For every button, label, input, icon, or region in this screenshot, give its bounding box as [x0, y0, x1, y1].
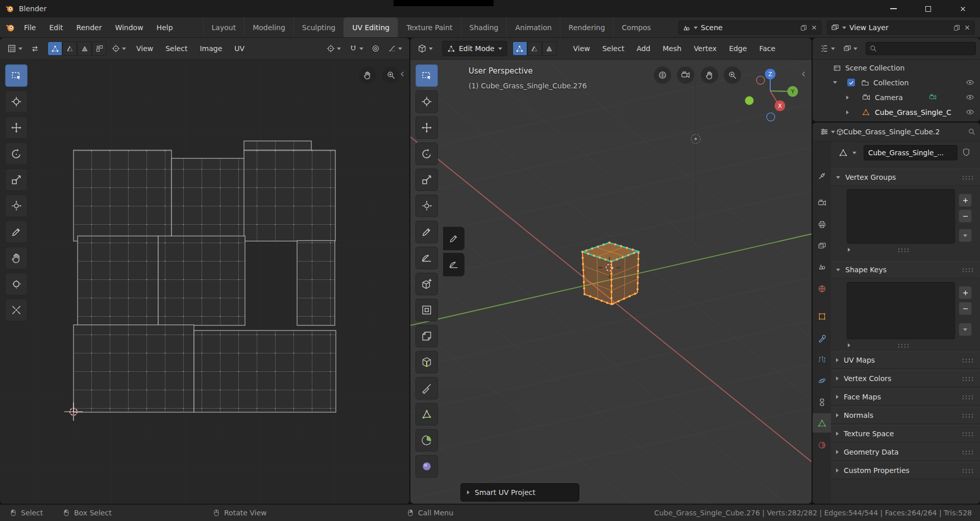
uv-menu-view[interactable]: View: [131, 38, 158, 59]
drag-handle-icon[interactable]: [962, 175, 974, 180]
drag-handle-icon[interactable]: [962, 376, 974, 381]
outliner-row-collection[interactable]: Collection: [813, 75, 980, 90]
editor-type-button[interactable]: [414, 41, 436, 56]
hide-object-button[interactable]: [966, 93, 974, 102]
tool-transform[interactable]: [5, 195, 28, 217]
uv-canvas[interactable]: [0, 59, 409, 504]
editor-type-button[interactable]: [817, 124, 838, 139]
chevron-down-icon[interactable]: [852, 152, 856, 154]
tool-transform[interactable]: [415, 195, 438, 217]
select-face-button[interactable]: [542, 41, 557, 56]
properties-tab-tool[interactable]: [813, 166, 831, 185]
maximize-button[interactable]: [911, 0, 945, 17]
expand-icon[interactable]: [848, 343, 850, 347]
disclosure-closed-icon[interactable]: [846, 110, 849, 114]
uv-menu-uv[interactable]: UV: [229, 38, 250, 59]
tool-move[interactable]: [415, 116, 438, 139]
uv-select-vertex-button[interactable]: [47, 41, 62, 56]
drag-handle-icon[interactable]: [962, 468, 974, 473]
minimize-button[interactable]: [876, 0, 911, 17]
tool-measure-flyout[interactable]: [443, 253, 464, 276]
menu-edit[interactable]: Edit: [42, 17, 69, 37]
hide-collection-button[interactable]: [966, 78, 974, 87]
tool-rotate[interactable]: [5, 143, 28, 165]
panel-header-custom-properties[interactable]: Custom Properties: [831, 462, 980, 479]
uv-pivot-dropdown[interactable]: [324, 41, 344, 56]
properties-tab-output[interactable]: [813, 215, 831, 234]
panel-header-texture-space[interactable]: Texture Space: [831, 425, 980, 442]
workspace-tab-animation[interactable]: Animation: [506, 17, 559, 37]
new-scene-button[interactable]: [800, 24, 807, 32]
disclosure-open-icon[interactable]: [833, 81, 837, 84]
vertex-group-specials-button[interactable]: [959, 229, 972, 242]
tool-grab[interactable]: [5, 247, 28, 269]
vp-menu-select[interactable]: Select: [597, 38, 629, 59]
panel-header-vertex-colors[interactable]: Vertex Colors: [831, 370, 980, 387]
properties-tab-material[interactable]: [813, 435, 831, 455]
shape-key-specials-button[interactable]: [959, 323, 972, 336]
select-vertex-button[interactable]: [512, 41, 527, 56]
workspace-tab-shading[interactable]: Shading: [461, 17, 507, 37]
panel-header-normals[interactable]: Normals: [831, 407, 980, 424]
tool-annotate[interactable]: [5, 221, 28, 243]
tool-bevel[interactable]: [415, 325, 438, 347]
workspace-tab-texture-paint[interactable]: Texture Paint: [398, 17, 460, 37]
mode-dropdown[interactable]: Edit Mode: [442, 41, 507, 56]
tool-select-box[interactable]: [5, 64, 28, 87]
panel-header-geometry-data[interactable]: Geometry Data: [831, 443, 980, 461]
panel-header-vertex-groups[interactable]: Vertex Groups: [831, 169, 980, 186]
tool-inset-faces[interactable]: [415, 299, 438, 321]
tool-annotate[interactable]: [415, 221, 438, 243]
outliner-search-input[interactable]: [866, 42, 976, 55]
close-button[interactable]: [945, 0, 980, 17]
drag-handle-icon[interactable]: [962, 358, 974, 363]
workspace-tab-compositing[interactable]: Compos: [613, 17, 659, 37]
properties-tab-view-layer[interactable]: [813, 236, 831, 255]
vp-menu-face[interactable]: Face: [754, 38, 780, 59]
editor-type-button[interactable]: [817, 41, 838, 56]
panel-header-face-maps[interactable]: Face Maps: [831, 388, 980, 406]
uv-proportional-editing-button[interactable]: [369, 41, 383, 56]
expand-icon[interactable]: [848, 248, 850, 252]
tool-add-cube[interactable]: [415, 273, 438, 295]
uv-select-island-button[interactable]: [92, 41, 107, 56]
properties-tab-particles[interactable]: [813, 350, 831, 369]
tool-pinch[interactable]: [5, 299, 28, 321]
menu-help[interactable]: Help: [150, 17, 180, 37]
outliner-row-cube[interactable]: Cube_Grass_Single_C: [813, 105, 980, 120]
vp-menu-add[interactable]: Add: [631, 38, 655, 59]
remove-shape-key-button[interactable]: [959, 302, 972, 315]
scene-selector[interactable]: Scene: [678, 20, 822, 35]
tool-annotate-flyout[interactable]: [443, 227, 464, 250]
uv-sidebar-collapse-button[interactable]: [399, 70, 406, 78]
operator-panel[interactable]: Smart UV Project: [460, 483, 579, 502]
tool-relax[interactable]: [5, 273, 28, 295]
vp-ortho-toggle-button[interactable]: [654, 66, 671, 84]
uv-snap-dropdown[interactable]: [346, 41, 366, 56]
workspace-tab-layout[interactable]: Layout: [203, 17, 244, 37]
vp-sidebar-collapse-button[interactable]: [800, 70, 807, 78]
display-mode-button[interactable]: [840, 41, 861, 56]
add-shape-key-button[interactable]: [959, 286, 972, 299]
uv-menu-image[interactable]: Image: [194, 38, 227, 59]
tool-smooth[interactable]: [415, 455, 438, 478]
uv-select-edge-button[interactable]: [62, 41, 77, 56]
editor-type-button[interactable]: [4, 41, 26, 56]
uv-pan-button[interactable]: [359, 66, 376, 84]
outliner-row-scene-collection[interactable]: Scene Collection: [813, 60, 980, 75]
menu-window[interactable]: Window: [108, 17, 150, 37]
properties-tab-world[interactable]: [813, 279, 831, 298]
tool-move[interactable]: [5, 116, 28, 139]
tool-measure[interactable]: [415, 247, 438, 269]
shape-keys-list[interactable]: [847, 282, 955, 339]
tool-spin[interactable]: [415, 429, 438, 452]
uv-sync-selection-toggle[interactable]: [28, 41, 42, 56]
panel-header-uv-maps[interactable]: UV Maps: [831, 351, 980, 369]
hide-object-button[interactable]: [966, 108, 974, 116]
menu-file[interactable]: File: [17, 17, 42, 37]
drag-handle-icon[interactable]: [962, 432, 974, 436]
menu-render[interactable]: Render: [70, 17, 109, 37]
app-menu-button[interactable]: [0, 17, 17, 37]
vp-menu-view[interactable]: View: [568, 38, 595, 59]
drag-handle-icon[interactable]: [962, 413, 974, 418]
